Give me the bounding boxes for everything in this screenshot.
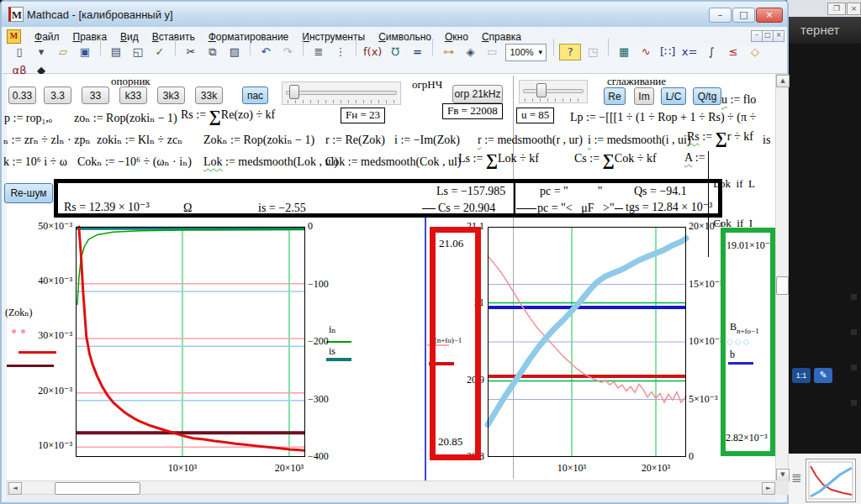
calculator-palette-icon[interactable]: ▦	[614, 43, 634, 61]
formula-cs-sum[interactable]: Cs := ∑Cok ÷ kf	[574, 152, 657, 165]
result-is[interactable]: is = −2.55	[258, 202, 306, 215]
unit-icon[interactable]: ℧	[385, 43, 405, 61]
boolean-palette-icon[interactable]: ≤	[723, 43, 743, 61]
formula-cok-def[interactable]: Cokₙ := −10⁶ ÷ (ωₙ · iₙ)	[77, 155, 192, 169]
align-across-icon[interactable]: ≣	[309, 43, 329, 61]
new-icon[interactable]: ▯	[9, 43, 29, 61]
result-pc-bottom[interactable]: pc = "< μF >"	[537, 202, 615, 215]
spellcheck-icon[interactable]: ✓	[150, 43, 170, 61]
help-icon[interactable]: ?	[559, 44, 581, 60]
open-icon[interactable]: ▱	[53, 43, 73, 61]
limit-21khz-button[interactable]: огр 21kHz	[452, 85, 503, 103]
scroll-right-icon[interactable]: ►	[762, 482, 775, 495]
table-icon[interactable]: ▭	[482, 43, 502, 61]
formula-u[interactable]: u := flo	[721, 93, 756, 107]
close-button[interactable]: ×	[756, 8, 783, 23]
ref-button-33[interactable]: 33	[82, 87, 109, 104]
u-value-box[interactable]: u = 85	[516, 108, 554, 123]
component-icon[interactable]: ◈	[460, 43, 480, 61]
ref-button-33k[interactable]: 33k	[195, 87, 223, 104]
formula-ls-sum[interactable]: Ls := ∑Lok ÷ kf	[458, 152, 539, 165]
slider-track[interactable]	[523, 89, 584, 93]
slider-thumb[interactable]	[289, 85, 299, 99]
ref-button-k33[interactable]: k33	[119, 87, 147, 104]
formula-rop[interactable]: p := rop₁,ₒ	[4, 112, 52, 125]
scroll-up-icon[interactable]: ▲	[776, 75, 790, 87]
formula-i-medsmooth[interactable]: i := medsmooth(i , ui)	[588, 134, 691, 147]
copy-icon[interactable]: ⧉	[203, 43, 223, 61]
qtg-toggle-button[interactable]: Q/tg	[693, 87, 721, 105]
result-ls[interactable]: Ls = −157.985	[436, 185, 505, 198]
re-noise-button[interactable]: Re-шум	[4, 183, 53, 203]
result-rs[interactable]: Rs = 12.39 × 10⁻³	[64, 201, 150, 214]
matrix-palette-icon[interactable]: [∷]	[658, 43, 678, 61]
formula-cok-medsmooth[interactable]: Cok := medsmooth(Cok , ul)	[325, 155, 462, 169]
formula-zoi[interactable]: ₙ := zrₙ ÷ zlₙ · zpₙ	[3, 134, 91, 147]
evaluate-icon[interactable]: =	[407, 43, 427, 61]
print-preview-icon[interactable]: ◱	[128, 43, 148, 61]
smoothing-slider[interactable]	[519, 80, 588, 103]
paste-icon[interactable]: ▨	[224, 43, 245, 61]
vertical-scrollbar[interactable]: ▲ ▼	[775, 74, 789, 480]
formula-zoki[interactable]: zokiₙ := Klₙ ÷ zcₙ	[97, 134, 182, 147]
close-icon[interactable]: ×	[847, 3, 861, 15]
result-pc-top[interactable]: pc = " "	[540, 185, 603, 198]
result-qs[interactable]: Qs = −94.1	[634, 185, 687, 198]
zoom-dropdown-icon[interactable]: ▾	[539, 48, 543, 56]
scroll-left-icon[interactable]: ◄	[8, 482, 22, 495]
lowcut-slider[interactable]	[282, 81, 401, 105]
slider-thumb[interactable]	[536, 83, 547, 97]
hyperlink-icon[interactable]: ⊶	[438, 43, 458, 61]
evaluation-palette-icon[interactable]: x=	[679, 43, 700, 61]
align-down-icon[interactable]: ⋮	[330, 43, 351, 61]
ref-button-3.3[interactable]: 3.3	[44, 87, 71, 104]
lc-toggle-button[interactable]: L/C	[661, 87, 686, 105]
restore-icon[interactable]: ❐	[827, 3, 846, 15]
formula-rs2-sum[interactable]: Rs := ∑r ÷ kf	[687, 130, 753, 144]
pass-button[interactable]: пас	[242, 87, 268, 104]
undo-icon[interactable]: ↶	[256, 43, 276, 61]
pen-tool-icon[interactable]: ✎	[814, 368, 832, 383]
re-toggle-button[interactable]: Re	[604, 87, 626, 105]
programming-palette-icon[interactable]: ◇	[745, 43, 765, 61]
result-ohm[interactable]: Ω	[183, 202, 192, 215]
menu-lines-icon[interactable]: ≣	[791, 470, 802, 486]
results-box[interactable]	[54, 179, 722, 218]
scroll-down-icon[interactable]: ▼	[776, 469, 790, 481]
cut-icon[interactable]: ✂	[181, 43, 201, 61]
ref-button-3k3[interactable]: 3k3	[157, 87, 185, 104]
formula-r[interactable]: r := Re(Zok)	[325, 134, 385, 147]
formula-is[interactable]: is	[763, 134, 774, 147]
actual-size-tool-icon[interactable]: 1:1	[792, 368, 811, 383]
formula-lok-medsmooth[interactable]: Lok := medsmooth(Lok , ul)	[203, 155, 338, 169]
formula-lp[interactable]: Lp := −[[[1 ÷ (1 ÷ Rop + 1 ÷ Rs) ÷ (π ÷	[570, 111, 774, 124]
print-icon[interactable]: ▤	[106, 43, 126, 61]
im-toggle-button[interactable]: Im	[634, 87, 654, 105]
result-tgs[interactable]: tgs = 12.84 × 10⁻³	[626, 201, 712, 214]
calculus-palette-icon[interactable]: ∫	[701, 43, 721, 61]
function-icon[interactable]: f(x)	[362, 43, 383, 61]
minimize-button[interactable]: –	[709, 8, 732, 23]
chart-left[interactable]	[76, 227, 305, 457]
chart-right[interactable]	[488, 227, 686, 457]
fv-value-box[interactable]: Fв = 22008	[442, 103, 503, 119]
document-thumbnail[interactable]	[806, 459, 856, 502]
graph-palette-icon[interactable]: ∿	[636, 43, 656, 61]
fn-value-box[interactable]: Fн = 23	[341, 108, 385, 123]
formula-i[interactable]: i := −Im(Zok)	[394, 134, 460, 147]
redo-icon[interactable]: ↷	[277, 43, 298, 61]
maximize-button[interactable]: □	[732, 8, 755, 23]
new-dropdown-icon[interactable]: ▾	[31, 43, 51, 61]
horizontal-scroll-thumb[interactable]	[55, 482, 140, 495]
vertical-scroll-thumb[interactable]	[776, 276, 789, 295]
save-icon[interactable]: ▣	[75, 43, 95, 61]
slider-track[interactable]	[286, 91, 397, 95]
formula-zo[interactable]: zoₙ := Rop(zokiₙ − 1)	[74, 112, 177, 125]
result-cs[interactable]: Cs = 20.904	[438, 202, 495, 215]
formula-r-medsmooth[interactable]: r := medsmooth(r , ur)	[478, 134, 583, 147]
ref-button-0.33[interactable]: 0.33	[8, 87, 36, 104]
horizontal-scrollbar[interactable]: ◄ ►	[7, 480, 775, 495]
formula-rs-sum[interactable]: Rs := ∑Re(zo) ÷ kf	[181, 108, 275, 122]
formula-zok[interactable]: Zokₙ := Rop(zokiₙ − 1)	[203, 134, 314, 147]
resource-icon[interactable]: ◳	[583, 43, 603, 61]
